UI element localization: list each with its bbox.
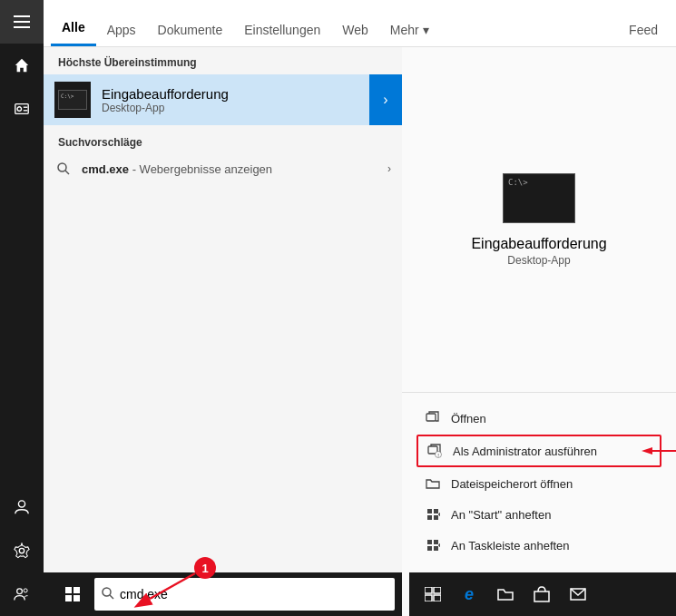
svg-rect-40: [434, 595, 441, 601]
detail-panel: C:\> Eingabeaufforderung Desktop-App Öff…: [402, 47, 676, 616]
action-pin-taskbar[interactable]: An Taskleiste anheften: [416, 531, 661, 560]
sidebar: [0, 0, 44, 616]
svg-rect-0: [14, 15, 30, 17]
action-run-as-admin[interactable]: ! Als Administrator ausführen: [416, 435, 661, 467]
users-icon[interactable]: [0, 572, 44, 616]
tab-einstellungen[interactable]: Einstellungen: [233, 12, 331, 46]
svg-line-18: [110, 595, 113, 599]
svg-point-8: [19, 548, 24, 552]
svg-rect-2: [14, 26, 30, 28]
results-panel: Höchste Übereinstimmung C:\> Eingabeauff…: [44, 47, 402, 616]
pin-start-icon: [424, 505, 442, 523]
person-icon[interactable]: [0, 485, 44, 529]
svg-point-7: [18, 501, 24, 507]
pin-start-label: An "Start" anheften: [451, 508, 551, 522]
best-match-arrow-button[interactable]: ›: [369, 74, 402, 125]
file-explorer-icon[interactable]: [493, 582, 518, 607]
pin-taskbar-label: An Taskleiste anheften: [451, 539, 570, 552]
tab-apps[interactable]: Apps: [96, 12, 147, 46]
detail-app-type: Desktop-App: [507, 254, 570, 267]
suggestions-title: Suchvorschläge: [44, 127, 402, 154]
svg-rect-13: [65, 587, 72, 593]
svg-rect-1: [14, 21, 30, 23]
svg-point-17: [103, 588, 111, 596]
search-input[interactable]: [120, 587, 387, 601]
pin-taskbar-icon: [424, 536, 442, 554]
taskbar-search-box[interactable]: [94, 578, 395, 611]
top-navigation: Alle Apps Dokumente Einstellungen Web Me…: [44, 0, 676, 47]
action-open-location[interactable]: Dateispeicherort öffnen: [416, 469, 661, 498]
admin-label: Als Administrator ausführen: [453, 445, 597, 458]
tab-alle[interactable]: Alle: [51, 9, 96, 46]
svg-point-9: [17, 589, 23, 594]
open-location-label: Dateispeicherort öffnen: [451, 477, 573, 491]
windows-start-button[interactable]: [51, 572, 94, 616]
svg-rect-41: [534, 592, 549, 601]
edge-icon[interactable]: e: [456, 582, 482, 607]
feed-link[interactable]: Feed: [618, 12, 669, 46]
svg-rect-38: [434, 587, 441, 593]
svg-rect-31: [427, 540, 432, 544]
detail-app-name: Eingabeaufforderung: [471, 236, 606, 252]
taskbar-search-icon: [102, 587, 114, 602]
tab-web[interactable]: Web: [331, 12, 379, 46]
settings-icon[interactable]: [0, 529, 44, 572]
best-match-text: Eingabeaufforderung Desktop-App: [102, 86, 391, 114]
tab-mehr[interactable]: Mehr ▾: [379, 12, 440, 46]
mail-icon[interactable]: [565, 582, 591, 607]
suggestion-arrow-icon: ›: [387, 162, 391, 175]
tab-dokumente[interactable]: Dokumente: [147, 12, 234, 46]
cmd-app-icon: C:\>: [54, 82, 91, 118]
svg-rect-34: [434, 546, 438, 551]
home-icon[interactable]: [0, 44, 44, 87]
svg-point-4: [17, 107, 22, 112]
taskbar-left: [44, 572, 402, 616]
svg-rect-37: [425, 587, 432, 593]
main-area: Alle Apps Dokumente Einstellungen Web Me…: [44, 0, 676, 616]
open-label: Öffnen: [451, 412, 486, 425]
content-area: Höchste Übereinstimmung C:\> Eingabeauff…: [44, 47, 676, 616]
svg-line-12: [65, 171, 69, 174]
detail-actions-list: Öffnen ! Als Administrator ausführen: [402, 393, 676, 572]
svg-rect-15: [65, 595, 72, 601]
svg-rect-25: [427, 509, 432, 513]
svg-point-11: [58, 163, 66, 171]
svg-rect-33: [427, 546, 432, 551]
svg-rect-26: [434, 509, 438, 513]
search-icon: [54, 160, 73, 178]
detail-top-section: C:\> Eingabeaufforderung Desktop-App: [402, 47, 676, 393]
suggestion-item[interactable]: cmd.exe - Webergebnisse anzeigen ›: [44, 154, 402, 183]
svg-rect-16: [73, 595, 80, 601]
store-icon[interactable]: [529, 582, 554, 607]
best-match-item[interactable]: C:\> Eingabeaufforderung Desktop-App ›: [44, 74, 402, 125]
best-match-title: Höchste Übereinstimmung: [44, 47, 402, 74]
svg-rect-14: [73, 587, 80, 593]
svg-rect-28: [434, 515, 438, 520]
svg-rect-19: [426, 414, 436, 421]
svg-rect-27: [427, 515, 432, 520]
detail-cmd-app-icon: C:\>: [503, 173, 575, 223]
action-pin-start[interactable]: An "Start" anheften: [416, 500, 661, 529]
admin-icon: !: [426, 442, 444, 460]
svg-rect-32: [434, 540, 438, 544]
taskbar-right: e: [409, 572, 676, 616]
action-open[interactable]: Öffnen: [416, 404, 661, 433]
best-match-app-name: Eingabeaufforderung: [102, 86, 391, 102]
task-view-icon[interactable]: [420, 582, 446, 607]
folder-icon: [424, 474, 442, 493]
svg-point-10: [24, 589, 27, 592]
best-match-app-type: Desktop-App: [102, 102, 391, 114]
hamburger-menu-icon[interactable]: [0, 0, 44, 44]
contact-card-icon[interactable]: [0, 87, 44, 131]
svg-rect-39: [425, 595, 432, 601]
open-icon: [424, 409, 442, 427]
suggestion-text: cmd.exe - Webergebnisse anzeigen: [82, 162, 272, 176]
